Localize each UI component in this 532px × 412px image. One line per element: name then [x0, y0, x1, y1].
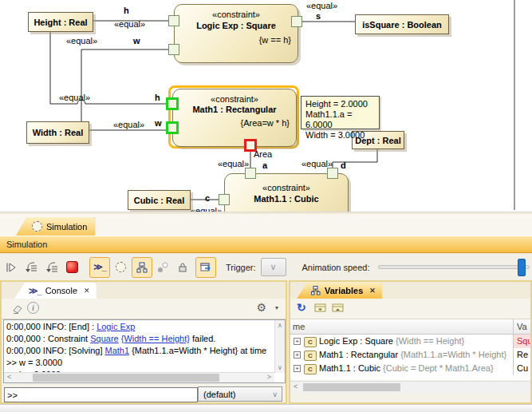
console-tab-close-icon[interactable]: ✕ — [84, 287, 90, 295]
clear-console-button[interactable] — [11, 303, 24, 315]
collapse-all-button[interactable] — [332, 303, 344, 315]
refresh-button[interactable]: ↻ — [297, 301, 306, 314]
row-value-cell[interactable]: Re — [513, 348, 530, 362]
constraint-badge-icon: C — [304, 351, 317, 361]
port-math11-c[interactable] — [219, 194, 230, 205]
terminate-button[interactable] — [66, 261, 78, 273]
pin-label-d: d — [341, 160, 346, 170]
value-box-width-label: Width : Real — [33, 128, 83, 137]
pin-label-a: a — [262, 160, 267, 170]
scroll-left-icon[interactable]: < — [7, 373, 11, 381]
scroll-down-icon[interactable]: ∨ — [278, 364, 282, 371]
row-name: Math1 : Rectangular — [319, 350, 398, 359]
port-math1-h[interactable] — [166, 97, 179, 110]
tab-console-label: Console — [45, 286, 77, 295]
trigger-dropdown[interactable]: ∨ — [261, 258, 286, 276]
value-box-height[interactable]: Height : Real — [28, 12, 93, 32]
port-logic-exp-w[interactable] — [168, 44, 179, 55]
row-value-cell[interactable]: Squ — [513, 335, 530, 348]
simulation-toolbar: ≫_ Trigger: ∨ Animation speed: — [0, 254, 532, 280]
console-options-caret[interactable]: ▾ — [275, 304, 278, 311]
simulation-config-button[interactable] — [116, 262, 126, 272]
breakpoints-icon — [156, 261, 169, 274]
expand-toggle-icon[interactable]: + — [294, 338, 301, 345]
parametric-diagram: Height : Real isSquare : Boolean Width :… — [0, 0, 532, 212]
row-value-cell[interactable]: Cu — [513, 362, 530, 375]
variables-table-body: + C Logic Exp : Square {Width == Height}… — [290, 335, 530, 380]
variables-horizontal-scrollbar[interactable]: < — [290, 381, 530, 393]
console-scope-dropdown[interactable]: (default) ∨ — [198, 386, 282, 402]
table-row[interactable]: + C Math1 : Rectangular {Math1.1.a=Width… — [290, 348, 530, 362]
scroll-up-icon[interactable]: ∧ — [278, 322, 282, 329]
equal-label-2: «equal» — [66, 36, 97, 46]
console-input[interactable] — [4, 387, 198, 402]
variables-toolbar: ↻ — [290, 299, 530, 319]
expand-toggle-icon[interactable]: + — [294, 351, 301, 359]
app-window: { "diagram": { "logic_exp": {"stereotype… — [0, 0, 532, 412]
column-header-name[interactable]: me — [293, 322, 305, 331]
info-button[interactable]: i — [27, 302, 39, 314]
scroll-left-icon[interactable]: < — [294, 382, 298, 390]
value-box-width[interactable]: Width : Real — [26, 121, 89, 144]
collapse-all-icon — [332, 303, 344, 313]
run-button[interactable] — [5, 261, 18, 274]
step-over-button[interactable] — [45, 261, 59, 274]
toggle-console-button[interactable]: ≫_ — [89, 257, 110, 278]
tab-console[interactable]: ≫_ Console ✕ — [14, 283, 97, 299]
info-icon: i — [32, 303, 34, 312]
tab-simulation[interactable]: Simulation — [16, 217, 95, 236]
port-logic-exp-s[interactable] — [291, 16, 302, 27]
row-name: Logic Exp : Square — [319, 336, 393, 346]
pin-label-area: Area — [254, 149, 272, 159]
variables-hscroll-thumb[interactable] — [303, 383, 400, 391]
value-box-cubic[interactable]: Cubic : Real — [128, 190, 191, 210]
port-logic-exp-h[interactable] — [168, 15, 179, 26]
column-separator[interactable] — [513, 319, 514, 334]
stop-icon — [66, 261, 78, 273]
row-value: Cu — [517, 363, 528, 373]
variables-tab-close-icon[interactable]: ✕ — [369, 287, 376, 295]
log-link-logic-exp[interactable]: Logic Exp — [97, 322, 135, 331]
expand-toggle-icon[interactable]: + — [294, 365, 301, 372]
console-toolbar: i ⚙ ▾ — [2, 299, 286, 319]
console-tab-icon: ≫_ — [29, 286, 41, 296]
expand-all-button[interactable] — [314, 303, 326, 315]
port-math11-d[interactable] — [327, 168, 338, 179]
breakpoints-button[interactable] — [156, 261, 169, 274]
row-constraint: {Width == Height} — [396, 336, 464, 346]
console-options-button[interactable]: ⚙ — [256, 302, 266, 313]
console-hscroll-thumb[interactable] — [33, 374, 219, 382]
tab-variables[interactable]: Variables ✕ — [297, 283, 382, 299]
equal-label-5: «equal» — [113, 120, 144, 129]
step-into-button[interactable] — [24, 261, 38, 274]
toggle-variables-button[interactable] — [132, 257, 152, 278]
animation-speed-slider-handle[interactable] — [518, 259, 526, 276]
column-header-value[interactable]: Va — [517, 322, 527, 331]
callout-width-value: Width = 3.0000 — [305, 130, 379, 141]
value-box-issquare[interactable]: isSquare : Boolean — [355, 14, 449, 34]
port-math11-a[interactable] — [245, 168, 256, 179]
chevron-down-icon: ∨ — [270, 262, 276, 272]
pin-label-w-mid: w — [155, 118, 162, 128]
step-over-icon — [45, 261, 59, 274]
constraint-block-math11[interactable]: «constraint» Math1.1 : Cubic — [224, 173, 349, 212]
log-link-math1[interactable]: Math1 — [105, 346, 130, 355]
open-diagram-button[interactable] — [195, 257, 216, 278]
simulation-header: Simulation — [0, 236, 532, 253]
value-box-cubic-label: Cubic : Real — [134, 196, 185, 205]
constraint-block-math1[interactable]: «constraint» Math1 : Rectangular {Area=w… — [172, 89, 297, 147]
open-diagram-icon — [199, 261, 212, 273]
table-row[interactable]: + C Math1.1 : Cubic {Cubic = Dept * Math… — [290, 362, 530, 375]
lock-button[interactable] — [177, 261, 188, 273]
logic-exp-stereotype: «constraint» — [175, 10, 298, 19]
log-link-square[interactable]: Square — [90, 334, 118, 343]
table-row[interactable]: + C Logic Exp : Square {Width == Height}… — [290, 335, 530, 348]
scroll-right-icon[interactable]: > — [267, 373, 271, 381]
constraint-block-logic-exp[interactable]: «constraint» Logic Exp : Square {w == h} — [174, 4, 298, 63]
port-math1-w[interactable] — [166, 121, 179, 134]
console-vertical-scrollbar[interactable]: ∧ ∨ — [274, 320, 285, 373]
equal-label-8: «equal» — [191, 206, 222, 212]
animation-speed-slider[interactable] — [378, 265, 530, 269]
console-horizontal-scrollbar[interactable]: < > — [4, 372, 274, 382]
log-link-constraint-expr[interactable]: {Width == Height} — [121, 334, 190, 343]
